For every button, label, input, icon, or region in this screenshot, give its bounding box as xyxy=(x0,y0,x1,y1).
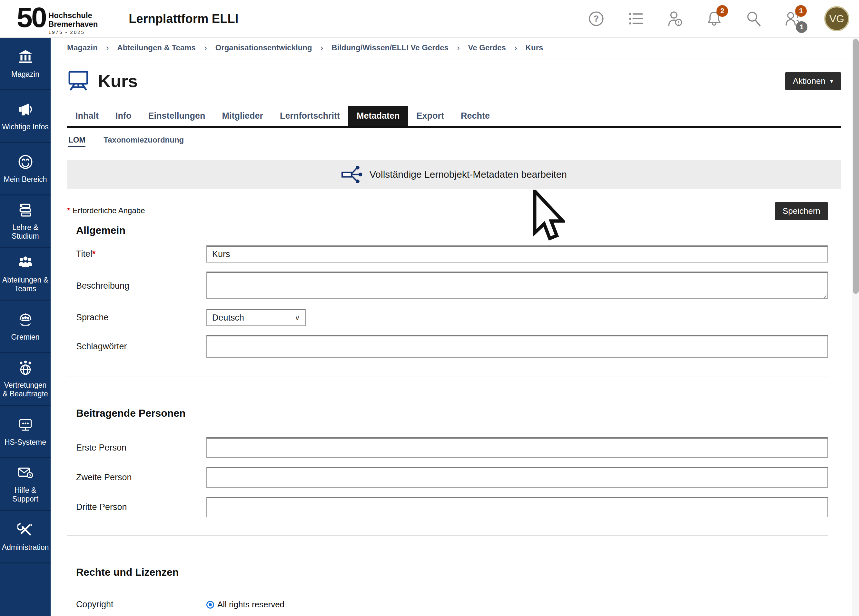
tab-inhalt[interactable]: Inhalt xyxy=(67,106,107,126)
sidebar-item-label: Hilfe & Support xyxy=(0,486,51,503)
main-sidebar: Magazin Wichtige Infos Mein Bereich Lehr… xyxy=(0,38,51,616)
breadcrumb-item-magazin[interactable]: Magazin xyxy=(67,43,98,52)
search-icon[interactable] xyxy=(745,10,762,27)
logo-50: 50 xyxy=(17,3,46,32)
required-field-hint: *Erforderliche Angabe xyxy=(67,206,145,215)
page-title: Kurs xyxy=(98,71,138,91)
breadcrumb-separator-icon: › xyxy=(320,43,323,53)
sidebar-item-label: HS-Systeme xyxy=(3,438,47,447)
sidebar-item-vertretungen-beauftragte[interactable]: Vertretungen & Beauftragte xyxy=(0,353,51,406)
metadata-subtabs: LOM Taxonomiezuordnung xyxy=(67,136,841,147)
sidebar-item-lehre-studium[interactable]: Lehre & Studium xyxy=(0,195,51,248)
sidebar-item-label: Magazin xyxy=(10,70,41,79)
main-content: Magazin › Abteilungen & Teams › Organisa… xyxy=(51,38,852,616)
sidebar-item-label: Lehre & Studium xyxy=(0,223,51,241)
section-title-allgemein: Allgemein xyxy=(76,225,828,236)
sidebar-item-label: Gremien xyxy=(10,333,41,342)
dritte-person-input[interactable] xyxy=(206,497,828,517)
user-avatar[interactable]: VG xyxy=(824,6,849,31)
erste-person-label: Erste Person xyxy=(76,443,206,453)
sidebar-item-hs-systeme[interactable]: HS-Systeme xyxy=(0,406,51,458)
breadcrumb-item-kurs[interactable]: Kurs xyxy=(526,43,544,52)
svg-text:!: ! xyxy=(678,20,679,25)
sidebar-item-label: Administration xyxy=(1,543,50,552)
logo-line1: Hochschule xyxy=(48,11,98,20)
tab-export[interactable]: Export xyxy=(408,106,453,126)
smiley-icon xyxy=(17,154,34,171)
metadata-tree-icon xyxy=(341,165,363,184)
zweite-person-label: Zweite Person xyxy=(76,472,206,483)
sidebar-item-gremien[interactable]: Gremien xyxy=(0,300,51,353)
erste-person-input[interactable] xyxy=(206,437,828,458)
dritte-person-label: Dritte Person xyxy=(76,502,206,512)
bank-icon xyxy=(17,49,34,66)
breadcrumb: Magazin › Abteilungen & Teams › Organisa… xyxy=(51,38,852,58)
vertical-scrollbar[interactable] xyxy=(852,38,859,616)
schlagwoerter-input[interactable] xyxy=(206,335,828,358)
section-title-beitragende-personen: Beitragende Personen xyxy=(76,407,828,419)
course-tabs: Inhalt Info Einstellungen Mitglieder Ler… xyxy=(67,106,841,128)
monitor-icon xyxy=(17,417,34,434)
notifications-bell-icon[interactable]: 2 xyxy=(706,10,722,27)
schlagwoerter-label: Schlagwörter xyxy=(76,342,206,352)
help-icon[interactable]: ? xyxy=(588,10,604,27)
svg-text:?: ? xyxy=(593,14,599,23)
breadcrumb-separator-icon: › xyxy=(204,43,207,53)
people-group-icon xyxy=(17,255,34,272)
breadcrumb-item-organisationsentwicklung[interactable]: Organisationsentwicklung xyxy=(216,43,312,52)
breadcrumb-item-bildung-wissen[interactable]: Bildung/Wissen/ELLI Ve Gerdes xyxy=(331,43,448,52)
sidebar-item-hilfe-support[interactable]: ? Hilfe & Support xyxy=(0,458,51,511)
sidebar-item-label: Vertretungen & Beauftragte xyxy=(0,381,51,398)
sidebar-item-abteilungen-teams[interactable]: Abteilungen & Teams xyxy=(0,248,51,300)
copyright-radio-all-rights-reserved[interactable] xyxy=(206,601,214,608)
hochschule-bremerhaven-logo: 50 Hochschule Bremerhaven 1975 - 2025 xyxy=(17,3,98,35)
sidebar-item-label: Abteilungen & Teams xyxy=(0,276,51,293)
section-divider xyxy=(67,535,828,536)
tab-einstellungen[interactable]: Einstellungen xyxy=(140,106,214,126)
contacts-icon[interactable]: 1 1 xyxy=(785,10,801,27)
sidebar-item-label: Wichtige Infos xyxy=(1,122,50,131)
breadcrumb-separator-icon: › xyxy=(514,43,517,53)
user-alert-icon[interactable]: ! xyxy=(667,10,683,27)
sidebar-item-mein-bereich[interactable]: Mein Bereich xyxy=(0,143,51,195)
tab-lernfortschritt[interactable]: Lernfortschritt xyxy=(272,106,348,126)
tab-rechte[interactable]: Rechte xyxy=(452,106,498,126)
breadcrumb-item-abteilungen-teams[interactable]: Abteilungen & Teams xyxy=(117,43,196,52)
titel-label: Titel* xyxy=(76,249,206,259)
tab-metadaten[interactable]: Metadaten xyxy=(348,106,408,126)
sidebar-item-wichtige-infos[interactable]: Wichtige Infos xyxy=(0,90,51,143)
zweite-person-input[interactable] xyxy=(206,467,828,488)
sidebar-item-magazin[interactable]: Magazin xyxy=(0,38,51,90)
breadcrumb-separator-icon: › xyxy=(457,43,460,53)
beschreibung-label: Beschreibung xyxy=(76,281,206,291)
chevron-down-icon: ∨ xyxy=(295,314,300,322)
required-asterisk: * xyxy=(92,249,96,259)
titel-label-text: Titel xyxy=(76,249,92,259)
subtab-lom[interactable]: LOM xyxy=(68,136,86,147)
breadcrumb-separator-icon: › xyxy=(106,43,109,53)
bell-badge: 2 xyxy=(717,5,728,17)
breadcrumb-item-ve-gerdes[interactable]: Ve Gerdes xyxy=(468,43,506,52)
subtab-taxonomiezuordnung[interactable]: Taxonomiezuordnung xyxy=(103,136,184,147)
copyright-option-label: All rights reserved xyxy=(217,600,284,610)
edit-full-metadata-label: Vollständige Lernobjekt-Metadaten bearbe… xyxy=(370,169,567,180)
section-title-rechte-lizenzen: Rechte und Lizenzen xyxy=(76,566,828,578)
sprache-select-value: Deutsch xyxy=(212,313,244,323)
edit-full-metadata-banner[interactable]: Vollständige Lernobjekt-Metadaten bearbe… xyxy=(67,159,841,189)
sidebar-item-administration[interactable]: Administration xyxy=(0,511,51,563)
beschreibung-textarea[interactable] xyxy=(206,272,828,299)
speichern-button[interactable]: Speichern xyxy=(775,202,828,220)
tab-mitglieder[interactable]: Mitglieder xyxy=(214,106,272,126)
logo-years: 1975 - 2025 xyxy=(48,29,98,35)
titel-input[interactable] xyxy=(206,245,828,263)
sprache-select[interactable]: Deutsch ∨ xyxy=(206,309,306,326)
committee-icon xyxy=(17,311,34,329)
globe-people-icon xyxy=(17,360,34,377)
mail-question-icon: ? xyxy=(17,465,34,482)
tab-info[interactable]: Info xyxy=(107,106,140,126)
scrollbar-thumb[interactable] xyxy=(853,39,859,294)
list-menu-icon[interactable] xyxy=(628,10,643,27)
aktionen-button[interactable]: Aktionen ▾ xyxy=(785,72,841,90)
section-divider xyxy=(67,376,828,376)
megaphone-icon xyxy=(17,101,34,119)
